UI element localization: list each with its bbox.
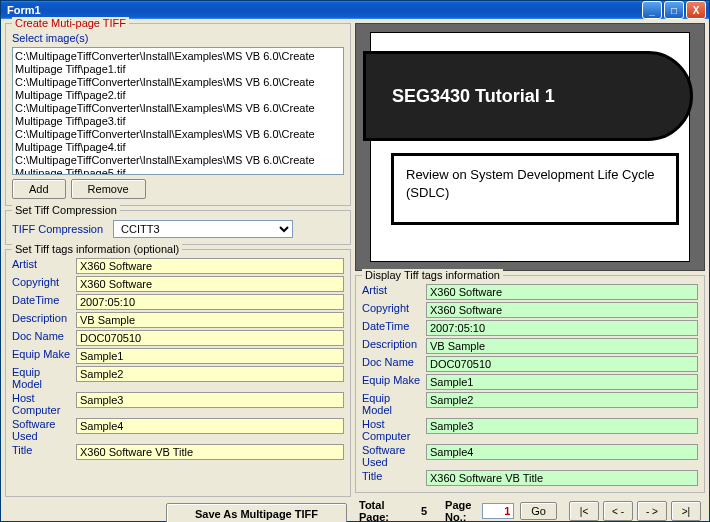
tag-label-software: Software Used [12, 418, 72, 442]
tag-dlabel-title: Title [362, 470, 422, 486]
tag-display-hostcomputer: Sample3 [426, 418, 698, 434]
select-images-label: Select image(s) [12, 32, 344, 44]
pager-row: Total Page: 5 Page No.: Go |< < - - > >| [355, 497, 705, 522]
tag-input-equipmake[interactable] [76, 348, 344, 364]
tag-dlabel-equipmake: Equip Make [362, 374, 422, 390]
tag-display-software: Sample4 [426, 444, 698, 460]
compression-select[interactable]: CCITT3 [113, 220, 293, 238]
tag-label-datetime: DateTime [12, 294, 72, 310]
save-multipage-button[interactable]: Save As Multipage TIFF [166, 503, 347, 522]
tag-dlabel-equipmodel: Equip Model [362, 392, 422, 416]
last-page-button[interactable]: >| [671, 501, 701, 521]
nav-buttons: |< < - - > >| [569, 501, 701, 521]
tag-label-artist: Artist [12, 258, 72, 274]
close-button[interactable]: X [686, 1, 706, 19]
window-buttons: _ □ X [642, 1, 706, 19]
compression-legend: Set Tiff Compression [12, 204, 120, 216]
maximize-button[interactable]: □ [664, 1, 684, 19]
tag-display-equipmodel: Sample2 [426, 392, 698, 408]
display-tags-group: Display Tiff tags information Artist X36… [355, 275, 705, 493]
add-button[interactable]: Add [12, 179, 66, 199]
tag-input-datetime[interactable] [76, 294, 344, 310]
list-item[interactable]: C:\MultipageTiffConverter\Install\Exampl… [15, 102, 341, 128]
tag-display-equipmake: Sample1 [426, 374, 698, 390]
preview-slide: SEG3430 Tutorial 1 Review on System Deve… [370, 32, 690, 262]
create-legend: Create Muti-page TIFF [12, 17, 129, 29]
tag-dlabel-description: Description [362, 338, 422, 354]
slide-body: Review on System Development Life Cycle … [391, 153, 679, 225]
tag-display-title: X360 Software VB Title [426, 470, 698, 486]
tag-input-copyright[interactable] [76, 276, 344, 292]
tag-display-datetime: 2007:05:10 [426, 320, 698, 336]
total-page-label: Total Page: [359, 499, 395, 522]
tag-dlabel-software: Software Used [362, 444, 422, 468]
tag-label-hostcomputer: Host Computer [12, 392, 72, 416]
tag-label-description: Description [12, 312, 72, 328]
tag-dlabel-artist: Artist [362, 284, 422, 300]
remove-button[interactable]: Remove [71, 179, 146, 199]
tag-label-docname: Doc Name [12, 330, 72, 346]
tag-input-docname[interactable] [76, 330, 344, 346]
tag-label-equipmodel: Equip Model [12, 366, 72, 390]
list-item[interactable]: C:\MultipageTiffConverter\Install\Exampl… [15, 154, 341, 175]
tag-input-software[interactable] [76, 418, 344, 434]
page-no-input[interactable] [482, 503, 514, 519]
file-buttons-row: Add Remove [12, 179, 344, 199]
tag-input-description[interactable] [76, 312, 344, 328]
tag-input-equipmodel[interactable] [76, 366, 344, 382]
go-button[interactable]: Go [520, 502, 557, 520]
image-preview[interactable]: SEG3430 Tutorial 1 Review on System Deve… [355, 23, 705, 271]
left-column: Create Muti-page TIFF Select image(s) C:… [5, 23, 351, 522]
prev-page-button[interactable]: < - [603, 501, 633, 521]
minimize-button[interactable]: _ [642, 1, 662, 19]
first-page-button[interactable]: |< [569, 501, 599, 521]
compression-group: Set Tiff Compression TIFF Compression CC… [5, 210, 351, 245]
total-page-value: 5 [421, 505, 427, 517]
next-page-button[interactable]: - > [637, 501, 667, 521]
tag-display-docname: DOC070510 [426, 356, 698, 372]
app-window: Form1 _ □ X Create Muti-page TIFF Select… [0, 0, 710, 522]
tag-dlabel-datetime: DateTime [362, 320, 422, 336]
list-item[interactable]: C:\MultipageTiffConverter\Install\Exampl… [15, 50, 341, 76]
display-tags-legend: Display Tiff tags information [362, 269, 503, 281]
tag-dlabel-copyright: Copyright [362, 302, 422, 318]
tag-label-title: Title [12, 444, 72, 460]
set-tags-legend: Set Tiff tags information (optional) [12, 243, 182, 255]
tag-input-title[interactable] [76, 444, 344, 460]
tag-display-artist: X360 Software [426, 284, 698, 300]
tag-display-copyright: X360 Software [426, 302, 698, 318]
create-multipage-group: Create Muti-page TIFF Select image(s) C:… [5, 23, 351, 206]
set-tags-group: Set Tiff tags information (optional) Art… [5, 249, 351, 497]
tag-display-description: VB Sample [426, 338, 698, 354]
list-item[interactable]: C:\MultipageTiffConverter\Install\Exampl… [15, 128, 341, 154]
tag-input-hostcomputer[interactable] [76, 392, 344, 408]
client-area: Create Muti-page TIFF Select image(s) C:… [1, 19, 709, 522]
tag-label-equipmake: Equip Make [12, 348, 72, 364]
tag-label-copyright: Copyright [12, 276, 72, 292]
file-list[interactable]: C:\MultipageTiffConverter\Install\Exampl… [12, 47, 344, 175]
slide-heading: SEG3430 Tutorial 1 [363, 51, 693, 141]
page-no-label: Page No.: [445, 499, 476, 522]
compression-label: TIFF Compression [12, 223, 103, 235]
tag-dlabel-docname: Doc Name [362, 356, 422, 372]
save-row: Save As Multipage TIFF [5, 501, 351, 522]
tag-dlabel-hostcomputer: Host Computer [362, 418, 422, 442]
window-title: Form1 [7, 4, 642, 16]
tag-input-artist[interactable] [76, 258, 344, 274]
right-column: SEG3430 Tutorial 1 Review on System Deve… [355, 23, 705, 522]
list-item[interactable]: C:\MultipageTiffConverter\Install\Exampl… [15, 76, 341, 102]
